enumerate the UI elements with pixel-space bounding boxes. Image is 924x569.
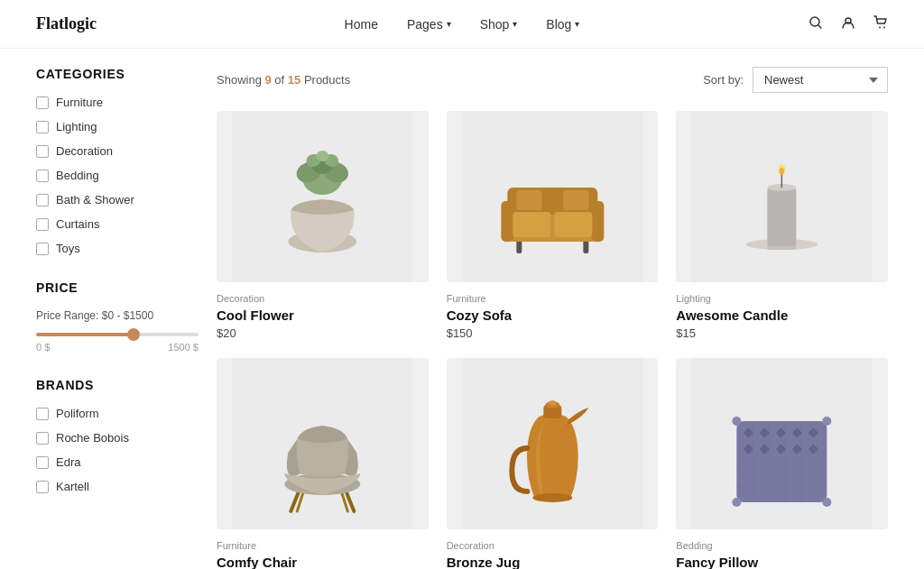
category-lighting-checkbox[interactable] xyxy=(36,121,49,133)
slider-max-label: 1500 $ xyxy=(168,342,199,353)
nav-pages[interactable]: Pages ▾ xyxy=(407,17,451,32)
category-decoration-checkbox[interactable] xyxy=(36,145,49,158)
svg-rect-22 xyxy=(554,212,592,237)
product-card-2[interactable]: Furniture Cozy Sofa $150 xyxy=(447,111,659,340)
showing-suffix: Products xyxy=(300,73,350,87)
svg-line-1 xyxy=(818,24,822,28)
category-toys[interactable]: Toys xyxy=(36,242,199,255)
category-furniture-label: Furniture xyxy=(56,96,103,109)
cart-icon[interactable] xyxy=(873,15,888,33)
brand-kartell-checkbox[interactable] xyxy=(36,481,49,493)
nav-home-label: Home xyxy=(345,17,378,32)
category-decoration-label: Decoration xyxy=(56,144,113,158)
svg-point-3 xyxy=(879,26,881,28)
nav-home[interactable]: Home xyxy=(345,17,378,32)
categories-title: CATEGORIES xyxy=(36,67,199,81)
header: Flatlogic Home Pages ▾ Shop ▾ Blog ▾ xyxy=(0,0,924,49)
category-curtains-label: Curtains xyxy=(56,217,99,231)
logo[interactable]: Flatlogic xyxy=(36,14,97,33)
category-bath-shower-checkbox[interactable] xyxy=(36,194,49,206)
nav-shop[interactable]: Shop ▾ xyxy=(480,17,518,32)
brand-kartell[interactable]: Kartell xyxy=(36,480,199,493)
category-curtains-checkbox[interactable] xyxy=(36,218,49,231)
brand-edra-label: Edra xyxy=(56,455,80,469)
sort-container: Sort by: Newest Price: Low to High Price… xyxy=(703,67,888,93)
slider-thumb[interactable] xyxy=(127,328,140,341)
svg-point-68 xyxy=(823,498,832,507)
product-category-4: Furniture xyxy=(217,540,429,551)
sort-select[interactable]: Newest Price: Low to High Price: High to… xyxy=(753,67,888,93)
svg-point-43 xyxy=(549,400,556,406)
main-container: CATEGORIES Furniture Lighting Decoration… xyxy=(0,49,924,569)
slider-track xyxy=(36,333,199,336)
product-category-3: Lighting xyxy=(676,293,888,304)
showing-count: 9 xyxy=(264,73,271,87)
category-curtains[interactable]: Curtains xyxy=(36,217,199,231)
header-icons xyxy=(808,15,888,33)
showing-of: of xyxy=(272,73,288,87)
nav-blog[interactable]: Blog ▾ xyxy=(546,17,579,32)
product-image-5 xyxy=(447,358,659,529)
product-name-4: Comfy Chair xyxy=(217,555,429,569)
product-card-5[interactable]: Decoration Bronze Jug $45 xyxy=(447,358,659,569)
category-bedding-checkbox[interactable] xyxy=(36,170,49,182)
price-title: PRICE xyxy=(36,280,199,295)
brand-roche-bobois-checkbox[interactable] xyxy=(36,432,49,445)
product-name-1: Cool Flower xyxy=(217,307,429,323)
showing-text: Showing 9 of 15 Products xyxy=(217,73,350,87)
brand-poliform[interactable]: Poliform xyxy=(36,407,199,420)
product-image-1 xyxy=(217,111,429,282)
product-grid: Decoration Cool Flower $20 xyxy=(217,111,888,569)
category-bath-shower[interactable]: Bath & Shower xyxy=(36,193,199,206)
nav: Home Pages ▾ Shop ▾ Blog ▾ xyxy=(345,17,580,32)
nav-blog-label: Blog xyxy=(546,17,571,32)
slider-min-label: 0 $ xyxy=(36,342,50,353)
product-name-5: Bronze Jug xyxy=(447,555,659,569)
product-card-6[interactable]: Bedding Fancy Pillow $35 xyxy=(676,358,888,569)
user-icon[interactable] xyxy=(841,15,855,33)
search-icon[interactable] xyxy=(808,15,823,33)
price-section: PRICE Price Range: $0 - $1500 0 $ 1500 $ xyxy=(36,280,199,353)
svg-point-13 xyxy=(316,151,328,161)
slider-labels: 0 $ 1500 $ xyxy=(36,342,199,353)
product-card-3[interactable]: Lighting Awesome Candle $15 xyxy=(676,111,888,340)
category-lighting[interactable]: Lighting xyxy=(36,120,199,133)
product-card-4[interactable]: Furniture Comfy Chair $200 xyxy=(217,358,429,569)
nav-pages-label: Pages xyxy=(407,17,443,32)
product-category-2: Furniture xyxy=(447,293,659,304)
svg-point-65 xyxy=(733,417,742,426)
brand-poliform-checkbox[interactable] xyxy=(36,408,49,420)
blog-chevron-icon: ▾ xyxy=(575,19,579,29)
category-bedding[interactable]: Bedding xyxy=(36,169,199,182)
product-image-2 xyxy=(447,111,659,282)
brand-poliform-label: Poliform xyxy=(56,407,99,420)
svg-point-67 xyxy=(733,498,742,507)
svg-rect-19 xyxy=(501,201,513,242)
sort-label: Sort by: xyxy=(703,73,744,87)
slider-fill xyxy=(36,333,134,336)
svg-rect-23 xyxy=(516,190,541,210)
category-bedding-label: Bedding xyxy=(56,169,99,182)
price-range-label: Price Range: $0 - $1500 xyxy=(36,309,199,322)
product-price-1: $20 xyxy=(217,326,429,340)
product-category-1: Decoration xyxy=(217,293,429,304)
category-furniture-checkbox[interactable] xyxy=(36,96,49,109)
svg-point-32 xyxy=(780,168,784,175)
svg-rect-21 xyxy=(513,212,550,237)
svg-rect-5 xyxy=(232,111,412,282)
product-price-2: $150 xyxy=(447,326,659,340)
brand-edra-checkbox[interactable] xyxy=(36,456,49,469)
svg-point-66 xyxy=(823,417,832,426)
product-header: Showing 9 of 15 Products Sort by: Newest… xyxy=(217,67,888,93)
brand-roche-bobois[interactable]: Roche Bobois xyxy=(36,431,199,445)
price-slider[interactable] xyxy=(36,333,199,336)
category-decoration[interactable]: Decoration xyxy=(36,144,199,158)
product-card-1[interactable]: Decoration Cool Flower $20 xyxy=(217,111,429,340)
category-furniture[interactable]: Furniture xyxy=(36,96,199,109)
brand-edra[interactable]: Edra xyxy=(36,455,199,469)
product-category-6: Bedding xyxy=(676,540,888,551)
svg-point-4 xyxy=(883,26,885,28)
svg-rect-24 xyxy=(563,190,588,210)
product-name-3: Awesome Candle xyxy=(676,307,888,323)
category-toys-checkbox[interactable] xyxy=(36,243,49,255)
